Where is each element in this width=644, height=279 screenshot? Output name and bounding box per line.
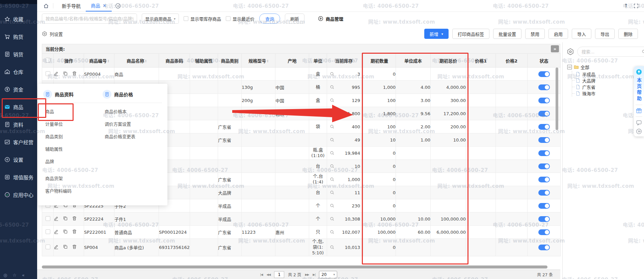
status-toggle[interactable] — [538, 124, 550, 130]
home-icon[interactable] — [43, 3, 49, 9]
expand-columns-button[interactable]: » — [551, 45, 559, 52]
popup-menu-item[interactable]: 辅助属性 — [43, 143, 103, 155]
stock-search-icon[interactable] — [330, 245, 334, 250]
column-header-7[interactable]: 规格型号▴▾ — [242, 54, 275, 68]
popup-menu-item[interactable]: 客户物料编码 — [43, 184, 103, 197]
sidebar-footer-icon[interactable]: « — [22, 273, 25, 278]
popup-menu-item[interactable]: 商品价格本 — [103, 105, 162, 118]
export-button[interactable]: 导出 — [595, 29, 615, 39]
page-input[interactable] — [274, 271, 284, 278]
stock-search-icon[interactable] — [330, 177, 334, 182]
tab-newbie-guide[interactable]: 新手导航 — [57, 0, 86, 11]
delete-icon[interactable] — [72, 216, 77, 221]
copy-icon[interactable] — [63, 229, 68, 234]
show-recent-price-checkbox[interactable]: 显示最近价 — [226, 16, 254, 22]
tree-item[interactable]: 广东省 — [572, 84, 644, 90]
sidebar-item-value[interactable]: 增值服务 — [0, 168, 37, 186]
status-toggle[interactable] — [538, 111, 550, 117]
copy-icon[interactable] — [63, 244, 68, 250]
select-all-checkbox[interactable] — [46, 58, 50, 62]
row-checkbox[interactable] — [46, 229, 50, 234]
sidebar-footer-icon[interactable]: ☆ — [12, 273, 17, 278]
sort-icon[interactable]: ▴▾ — [354, 59, 355, 63]
tree-item[interactable]: 大品牌 — [572, 77, 644, 84]
page-size-select[interactable]: 20 ▾ — [319, 271, 337, 278]
status-filter-select[interactable]: 显示启用商品 ▾ — [142, 14, 179, 24]
column-header-10[interactable]: 当前库存▴▾ — [327, 54, 363, 68]
sidebar-item-invoice[interactable]: 销货 — [0, 45, 37, 63]
stock-search-icon[interactable] — [330, 151, 334, 155]
status-toggle[interactable] — [538, 163, 550, 169]
tab-history-icon[interactable] — [115, 3, 121, 9]
status-toggle[interactable] — [538, 203, 550, 209]
status-toggle[interactable] — [538, 150, 550, 156]
status-toggle[interactable] — [538, 84, 550, 90]
status-toggle[interactable] — [538, 177, 550, 182]
last-page-button[interactable]: ▶| — [313, 273, 315, 276]
stock-search-icon[interactable] — [330, 164, 334, 169]
delete-icon[interactable] — [72, 244, 77, 250]
query-button[interactable]: 查询 — [259, 14, 280, 24]
edit-icon[interactable] — [54, 229, 59, 234]
panel-settings-icon[interactable] — [567, 48, 574, 55]
copy-icon[interactable] — [63, 216, 68, 221]
goods-manage-link[interactable]: 商品管理 — [318, 16, 343, 22]
batch-set-button[interactable]: 批量设置 — [493, 29, 521, 39]
tree-item[interactable]: 珠海市 — [572, 90, 644, 97]
tree-item[interactable]: 半成品 — [572, 71, 644, 77]
checkbox-icon[interactable] — [184, 16, 188, 21]
horizontal-scrollbar[interactable] — [42, 265, 547, 269]
copy-icon[interactable] — [63, 71, 68, 76]
category-search-input[interactable] — [581, 49, 640, 55]
popup-menu-item[interactable]: 品牌 — [43, 155, 103, 168]
sort-icon[interactable]: ▴▾ — [267, 59, 268, 63]
popup-menu-item[interactable]: 商品货架 — [43, 172, 103, 184]
stock-search-icon[interactable] — [330, 111, 334, 116]
stock-search-icon[interactable] — [330, 203, 334, 208]
stock-search-icon[interactable] — [330, 230, 334, 234]
status-toggle[interactable] — [538, 137, 550, 143]
show-zero-stock-checkbox[interactable]: 显示零库存商品 — [184, 16, 221, 22]
popup-menu-item[interactable]: 商品 — [43, 105, 103, 118]
gift-icon[interactable] — [636, 108, 642, 114]
enable-button[interactable]: 启用 — [548, 29, 568, 39]
next-page-button[interactable]: ▶▶ — [305, 273, 309, 276]
chat-icon[interactable] — [636, 120, 642, 126]
sidebar-item-money[interactable]: 资金 — [0, 80, 37, 98]
popup-menu-item[interactable]: 商品价格变更表 — [103, 130, 162, 143]
category-search-box[interactable] — [577, 47, 644, 57]
checkbox-icon[interactable] — [226, 16, 231, 21]
collapse-strip-icon[interactable] — [636, 128, 642, 134]
sort-icon[interactable]: ▴▾ — [108, 59, 109, 63]
status-toggle[interactable] — [538, 216, 550, 222]
status-toggle[interactable] — [538, 245, 550, 250]
product-search-input[interactable] — [42, 14, 137, 24]
stock-search-icon[interactable] — [330, 217, 334, 221]
chevron-down-icon[interactable]: ▾ — [441, 32, 443, 36]
sidebar-item-warehouse[interactable]: 仓库 — [0, 63, 37, 80]
stock-search-icon[interactable] — [330, 124, 334, 129]
sidebar-item-cart[interactable]: 购货 — [0, 28, 37, 45]
status-toggle[interactable] — [538, 190, 550, 196]
sidebar-item-customer[interactable]: 客户经营 — [0, 133, 37, 151]
stock-search-icon[interactable] — [330, 190, 334, 195]
edit-icon[interactable] — [54, 244, 59, 250]
stock-search-icon[interactable] — [330, 72, 334, 76]
stock-search-icon[interactable] — [330, 85, 334, 90]
delete-icon[interactable] — [72, 71, 77, 76]
lightbulb-icon[interactable] — [636, 69, 642, 75]
fullscreen-icon[interactable] — [634, 3, 639, 8]
import-button[interactable]: 导入 — [572, 29, 591, 39]
sort-icon[interactable]: ▴▾ — [145, 59, 146, 63]
sidebar-item-data[interactable]: 资料 — [0, 116, 37, 133]
print-label-button[interactable]: 打印商品标签 — [452, 29, 489, 39]
sidebar-item-apps[interactable]: 应用中心 — [0, 186, 37, 203]
sidebar-item-goods[interactable]: 商品 — [0, 98, 37, 116]
delete-button[interactable]: 删除 — [618, 29, 638, 39]
column-settings-button[interactable]: 列设置 — [42, 31, 63, 37]
disable-button[interactable]: 禁用 — [525, 29, 545, 39]
tab-goods[interactable]: 商品 × — [86, 0, 112, 11]
edit-icon[interactable] — [54, 71, 59, 76]
page-help-label[interactable]: 本页帮助 — [636, 78, 642, 102]
row-checkbox[interactable] — [46, 216, 50, 221]
